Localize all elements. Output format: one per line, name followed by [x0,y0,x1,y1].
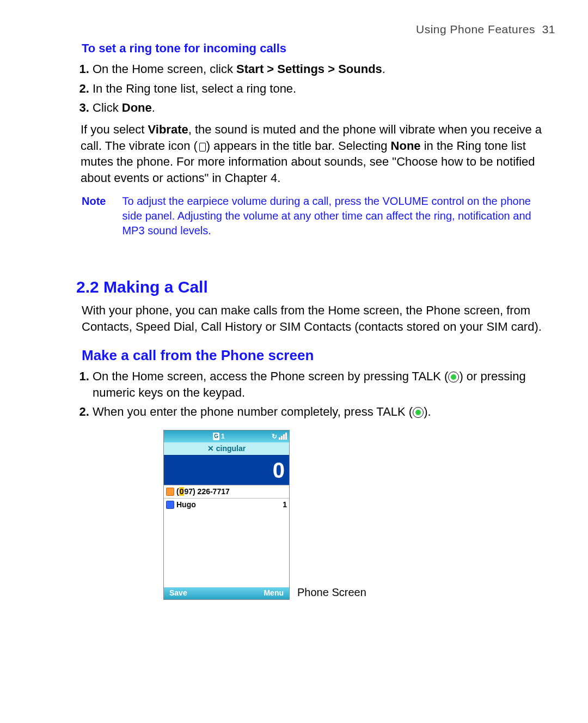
note-block: Note To adjust the earpiece volume durin… [82,194,555,238]
phone-status-bar: G 1 ↻ [164,430,289,442]
softkey-menu: Menu [264,588,284,598]
call-history-row: (097) 226-7717 [164,485,289,498]
step-2: In the Ring tone list, select a ring ton… [93,81,555,97]
chapter-label: Using Phone Features [416,23,535,35]
vibrate-word: Vibrate [148,123,188,136]
step-1: On the Home screen, click Start > Settin… [93,61,555,77]
sync-icon: ↻ [272,432,277,441]
pstep-2: When you enter the phone number complete… [93,404,555,420]
done-label: Done [122,101,152,114]
vibrate-paragraph: If you select Vibrate, the sound is mute… [81,121,555,186]
ringtone-steps: On the Home screen, click Start > Settin… [93,61,555,116]
phone-blank-area [164,511,289,587]
softkey-save: Save [169,588,187,598]
signal-icon [279,433,287,440]
phone-screen-steps: On the Home screen, access the Phone scr… [93,368,555,420]
none-word: None [391,139,421,153]
status-number: 1 [221,432,225,441]
talk-icon [448,372,459,382]
contact-row: Hugo 1 [164,498,289,511]
note-label: Note [82,194,106,238]
note-body: To adjust the earpiece volume during a c… [122,194,547,238]
contact-icon [166,501,174,509]
pstep-1: On the Home screen, access the Phone scr… [93,368,555,400]
dialed-number-display: 0 [164,455,289,485]
match-highlight: 0 [179,487,185,496]
make-call-phone-screen-title: Make a call from the Phone screen [82,346,555,365]
section-2-2-title: 2.2 Making a Call [76,276,555,299]
vibrate-icon [198,142,206,151]
section-ringtone-title: To set a ring tone for incoming calls [82,40,555,57]
talk-icon [413,407,424,418]
page-number: 31 [542,23,555,35]
step-3: Click Done. [93,100,555,116]
phone-caption: Phone Screen [297,585,366,600]
carrier-label: ✕ cingular [164,442,289,455]
call-icon [166,488,174,496]
contact-name: Hugo [176,500,196,510]
phone-mockup: G 1 ↻ ✕ cingular 0 (097) 226-7717 Hugo 1 [163,430,290,600]
contact-count: 1 [283,500,287,510]
page-header: Using Phone Features 31 [82,22,555,37]
phone-softkeys: Save Menu [164,587,289,599]
network-g-icon: G [213,433,219,440]
menu-path: Start > Settings > Sounds [236,62,382,76]
making-call-intro: With your phone, you can make calls from… [82,302,555,335]
